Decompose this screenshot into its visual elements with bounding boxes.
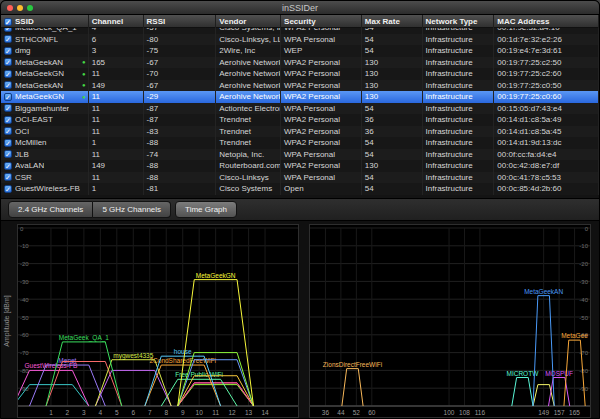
- table-row-metageekan[interactable]: ✓MetaGeekAN●149-67Aerohive NetworksWPA2 …: [1, 80, 599, 92]
- svg-text:6: 6: [131, 409, 135, 416]
- column-header-security[interactable]: Security: [281, 15, 362, 28]
- signal-strength-icon: ●: [82, 82, 86, 88]
- row-checkbox[interactable]: ✓: [4, 35, 12, 43]
- svg-text:4: 4: [99, 409, 103, 416]
- column-header-network_type[interactable]: Network Type: [423, 15, 495, 28]
- column-header-label: Max Rate: [365, 17, 400, 26]
- minimize-window-button[interactable]: [17, 5, 23, 11]
- cell-vendor: Cisco Systems: [216, 183, 281, 195]
- cell-rssi: -87: [144, 114, 217, 126]
- column-header-label: Vendor: [219, 17, 246, 26]
- table-row-oci[interactable]: ✓OCI11-83TrendnetWPA2 Personal36Infrastr…: [1, 126, 599, 138]
- tab-2-4-ghz-channels[interactable]: 2.4 GHz Channels: [8, 201, 93, 218]
- titlebar[interactable]: inSSIDer: [1, 1, 599, 15]
- cell-max_rate: 36: [362, 114, 423, 126]
- cell-max_rate: 54: [362, 137, 423, 149]
- ssid-label: AvaLAN: [15, 161, 44, 170]
- window-controls: [7, 5, 33, 11]
- table-row-mcmillen[interactable]: ✓McMillen1-88TrendnetWPA2 Personal54Infr…: [1, 137, 599, 149]
- svg-text:116: 116: [475, 409, 486, 416]
- close-window-button[interactable]: [7, 5, 13, 11]
- cell-vendor: Trendnet: [216, 137, 281, 149]
- svg-text:108: 108: [459, 409, 470, 416]
- svg-text:-30: -30: [579, 279, 588, 285]
- cell-max_rate: 130: [362, 68, 423, 80]
- cell-mac: 00:19:77:25:c0:50: [494, 80, 599, 92]
- row-checkbox[interactable]: ✓: [4, 116, 12, 124]
- column-header-max_rate[interactable]: Max Rate: [362, 15, 423, 28]
- zoom-window-button[interactable]: [27, 5, 33, 11]
- table-row-metageekgn[interactable]: ✓MetaGeekGN●11-70Aerohive NetworksWPA2 P…: [1, 68, 599, 80]
- row-checkbox[interactable]: ✓: [4, 162, 12, 170]
- svg-text:-70: -70: [20, 350, 29, 356]
- table-row-oci-east[interactable]: ✓OCI-EAST11-87TrendnetWPA2 Personal36Inf…: [1, 114, 599, 126]
- cell-mac: 00:19:e4:7e:3d:61: [494, 45, 599, 57]
- select-all-checkbox[interactable]: ✓: [4, 18, 12, 26]
- cell-vendor: Aerohive Networks: [216, 91, 281, 103]
- column-header-channel[interactable]: Channel: [89, 15, 144, 28]
- column-header-vendor[interactable]: Vendor: [216, 15, 281, 28]
- cell-mac: 00:15:05:d7:43:e4: [494, 103, 599, 115]
- network-table[interactable]: ✓MetaGeek_QA_14-57Cisco Systems, IncWPA2…: [1, 28, 599, 198]
- row-checkbox[interactable]: ✓: [4, 47, 12, 55]
- table-row-guestwireless-fb[interactable]: ✓GuestWireless-FB1-81Cisco SystemsOpen54…: [1, 183, 599, 195]
- row-checkbox[interactable]: ✓: [4, 93, 12, 101]
- row-checkbox[interactable]: ✓: [4, 28, 12, 32]
- signal-strength-icon: ●: [82, 71, 86, 77]
- table-row-avalan[interactable]: ✓AvaLAN149-88Routerboard.comWPA2 Persona…: [1, 160, 599, 172]
- svg-text:9: 9: [181, 409, 185, 416]
- tab-time-graph[interactable]: Time Graph: [175, 201, 237, 218]
- table-row-csr[interactable]: ✓CSR11-88Cisco-LinksysWPA Personal54Infr…: [1, 172, 599, 184]
- svg-text:-80: -80: [579, 368, 588, 374]
- row-checkbox[interactable]: ✓: [4, 127, 12, 135]
- cell-channel: 149: [89, 80, 144, 92]
- row-checkbox[interactable]: ✓: [4, 139, 12, 147]
- svg-text:-10: -10: [579, 243, 588, 249]
- cell-ssid: ✓Biggamehunter: [1, 103, 89, 115]
- svg-text:-20: -20: [579, 261, 588, 267]
- table-row-metageekgn[interactable]: ✓MetaGeekGN●11-29Aerohive NetworksWPA2 P…: [1, 91, 599, 103]
- row-checkbox[interactable]: ✓: [4, 150, 12, 158]
- ssid-label: GuestWireless-FB: [15, 184, 80, 193]
- network-label: MetaGeek_QA_1: [59, 334, 110, 342]
- svg-text:-20: -20: [20, 261, 29, 267]
- cell-security: Open: [281, 183, 362, 195]
- ssid-label: MetaGeekAN: [15, 58, 63, 67]
- cell-mac: 00:0c:41:78:c5:53: [494, 172, 599, 184]
- row-checkbox[interactable]: ✓: [4, 173, 12, 181]
- row-checkbox[interactable]: ✓: [4, 104, 12, 112]
- cell-network_type: Infrastructure: [423, 183, 495, 195]
- row-checkbox[interactable]: ✓: [4, 58, 12, 66]
- cell-rssi: -70: [144, 68, 217, 80]
- column-header-ssid[interactable]: ✓SSID: [1, 15, 89, 28]
- table-row-dmg[interactable]: ✓dmg3-752Wire, IncWEP54Infrastructure00:…: [1, 45, 599, 57]
- column-header-rssi[interactable]: RSSI: [144, 15, 217, 28]
- svg-text:8: 8: [164, 409, 168, 416]
- cell-mac: 00:14:d1:c8:5a:45: [494, 126, 599, 138]
- cell-channel: 1: [89, 183, 144, 195]
- cell-rssi: -80: [144, 34, 217, 46]
- cell-channel: 165: [89, 57, 144, 69]
- cell-rssi: -75: [144, 45, 217, 57]
- column-header-mac[interactable]: MAC Address: [494, 15, 599, 28]
- table-row-metageekan[interactable]: ✓MetaGeekAN●165-67Aerohive NetworksWPA2 …: [1, 57, 599, 69]
- table-row-sthconfl[interactable]: ✓STHCONFL6-80Cisco-Linksys, LLCWPA Perso…: [1, 34, 599, 46]
- cell-ssid: ✓AvaLAN: [1, 160, 89, 172]
- svg-text:11: 11: [212, 409, 219, 416]
- row-checkbox[interactable]: ✓: [4, 81, 12, 89]
- row-checkbox[interactable]: ✓: [4, 185, 12, 193]
- tab-5-ghz-channels[interactable]: 5 GHz Channels: [93, 201, 171, 218]
- column-header-label: MAC Address: [497, 17, 549, 26]
- cell-network_type: Infrastructure: [423, 57, 495, 69]
- cell-network_type: Infrastructure: [423, 126, 495, 138]
- table-row-jlb[interactable]: ✓JLB11-74Netopia, Inc.WPA Personal54Infr…: [1, 149, 599, 161]
- cell-max_rate: 54: [362, 34, 423, 46]
- row-checkbox[interactable]: ✓: [4, 70, 12, 78]
- ssid-label: OCI: [15, 127, 29, 136]
- network-shape: [512, 378, 533, 406]
- cell-channel: 11: [89, 103, 144, 115]
- network-label: ZionsDirectFreeWiFi: [323, 361, 382, 368]
- table-row-biggamehunter[interactable]: ✓Biggamehunter11-87Actiontec Electronics…: [1, 103, 599, 115]
- cell-ssid: ✓dmg: [1, 45, 89, 57]
- cell-network_type: Infrastructure: [423, 114, 495, 126]
